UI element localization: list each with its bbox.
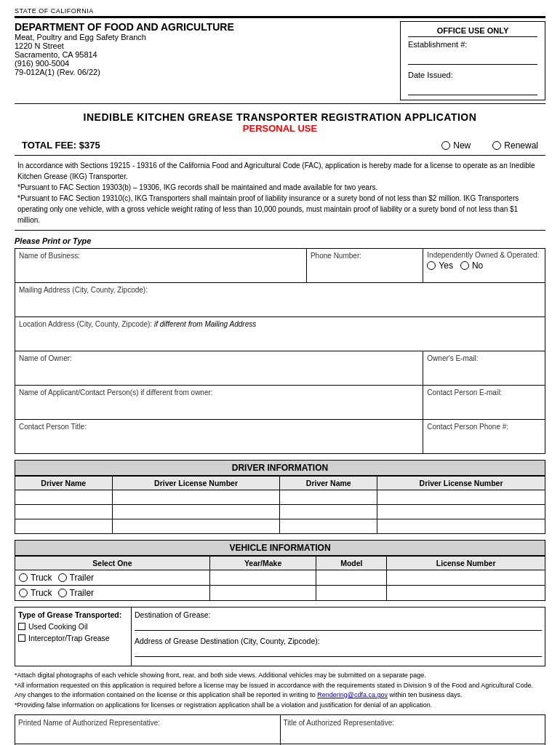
office-use-title: OFFICE USE ONLY [408,26,537,37]
dept-name: DEPARTMENT OF FOOD AND AGRICULTURE [15,21,234,33]
application-type-group: New Renewal [441,140,538,151]
applicant-name-cell: Name of Applicant/Contact Person(s) if d… [15,386,423,420]
driver-row1-col2 [112,490,280,505]
footnote-1: *Attach digital photographs of each vehi… [15,671,545,681]
vehicle-row2-select: Truck Trailer [15,586,210,601]
dest-address-value [135,645,542,657]
new-option[interactable]: New [441,140,471,151]
used-cooking-oil-label: Used Cooking Oil [28,622,88,631]
vehicle-col-select: Select One [15,557,210,570]
new-label: New [453,140,471,151]
phone-cell: Phone Number: [306,249,423,283]
contact-email-cell: Contact Person E-mail: [423,386,545,420]
contact-phone-cell: Contact Person Phone #: [423,420,545,454]
vehicle-row1-select: Truck Trailer [15,570,210,586]
disclaimer-section: In accordance with Sections 19215 - 1931… [15,155,545,231]
grease-section: Type of Grease Transported: Used Cooking… [15,607,545,666]
vehicle-row1-license [387,570,545,586]
driver-section-title: DRIVER INFORMATION [15,460,545,476]
driver-col-1: Driver Name [15,477,113,490]
driver-row2-col3 [280,505,377,519]
footnote-3: *Providing false information on applicat… [15,701,545,711]
estab-field [408,53,537,65]
grease-type-area: Type of Grease Transported: Used Cooking… [15,607,132,666]
yes-option[interactable]: Yes [427,260,453,271]
interceptor-label: Interceptor/Trap Grease [28,634,110,642]
dest-value [135,619,542,631]
interceptor-option[interactable]: Interceptor/Trap Grease [18,634,128,642]
driver-row1-col4 [377,490,545,505]
used-cooking-oil-option[interactable]: Used Cooking Oil [18,622,128,631]
disclaimer-line2: *Pursuant to FAC Section 19303(b) – 1930… [17,182,543,193]
driver-col-4: Driver License Number [377,477,545,490]
grease-dest-area: Destination of Grease: Address of Grease… [132,607,545,666]
grease-type-label: Type of Grease Transported: [18,610,128,619]
truck2-option[interactable]: Truck [19,588,52,598]
contact-title-cell: Contact Person Title: [15,420,423,454]
new-radio[interactable] [441,141,450,150]
vehicle-col-year: Year/Make [209,557,316,570]
vehicle-row1-year [209,570,316,586]
dest-address-label: Address of Grease Destination (City, Cou… [135,637,542,645]
personal-use-label: PERSONAL USE [15,123,545,134]
driver-row3-col3 [280,519,377,534]
driver-row1-col3 [280,490,377,505]
driver-row1-col1 [15,490,113,505]
dept-form-num: 79-012A(1) (Rev. 06/22) [15,68,234,76]
no-option[interactable]: No [460,260,483,271]
driver-col-3: Driver Name [280,477,377,490]
dest-label: Destination of Grease: [135,610,542,619]
driver-row3-col2 [112,519,280,534]
title-rep-cell: Title of Authorized Representative: [280,715,545,744]
used-cooking-oil-checkbox[interactable] [18,623,25,630]
owner-name-cell: Name of Owner: [15,351,423,386]
footnote-2: *All information requested on this appli… [15,681,545,701]
footnote-email-link[interactable]: Rendering@cdfa.ca.gov [317,691,388,698]
interceptor-checkbox[interactable] [18,634,25,642]
vehicle-row2-model [316,586,387,601]
state-label: STATE OF CALIFORNIA [15,7,545,15]
renewal-radio[interactable] [492,141,501,150]
driver-row2-col4 [377,505,545,519]
trailer2-option[interactable]: Trailer [58,588,95,598]
date-label: Date Issued: [408,71,537,79]
vehicle-col-model: Model [316,557,387,570]
driver-row3-col4 [377,519,545,534]
estab-label: Establishment #: [408,40,537,49]
driver-row2-col2 [112,505,280,519]
driver-row3-col1 [15,519,113,534]
disclaimer-line1: In accordance with Sections 19215 - 1931… [17,160,543,182]
renewal-label: Renewal [504,140,538,151]
printed-name-cell: Printed Name of Authorized Representativ… [15,715,281,744]
vehicle-row1-model [316,570,387,586]
dept-info: DEPARTMENT OF FOOD AND AGRICULTURE Meat,… [15,21,234,76]
mailing-address-cell: Mailing Address (City, County, Zipcode): [15,283,545,317]
vehicle-section-title: VEHICLE INFORMATION [15,540,545,556]
indep-owned-cell: Independently Owned & Operated: Yes No [423,249,545,283]
footnotes-section: *Attach digital photographs of each vehi… [15,671,545,710]
disclaimer-line3: *Pursuant to FAC Section 19310(c), IKG T… [17,193,543,226]
dept-address: 1220 N Street [15,41,234,50]
print-label: Please Print or Type [15,236,545,245]
dept-city: Sacramento, CA 95814 [15,50,234,59]
fee-label: TOTAL FEE: $375 [22,140,100,151]
owner-email-cell: Owner's E-mail: [423,351,545,386]
vehicle-col-license: License Number [387,557,545,570]
vehicle-row2-license [387,586,545,601]
location-address-cell: Location Address (City, County, Zipcode)… [15,317,545,351]
dept-phone: (916) 900-5004 [15,59,234,68]
main-title: INEDIBLE KITCHEN GREASE TRANSPORTER REGI… [15,111,545,123]
date-field [408,84,537,95]
truck1-option[interactable]: Truck [19,573,52,583]
office-use-box: OFFICE USE ONLY Establishment #: Date Is… [400,21,545,100]
business-name-cell: Name of Business: [15,249,307,283]
dept-branch: Meat, Poultry and Egg Safety Branch [15,33,234,41]
trailer1-option[interactable]: Trailer [58,573,95,583]
renewal-option[interactable]: Renewal [492,140,538,151]
vehicle-row2-year [209,586,316,601]
driver-row2-col1 [15,505,113,519]
driver-col-2: Driver License Number [112,477,280,490]
